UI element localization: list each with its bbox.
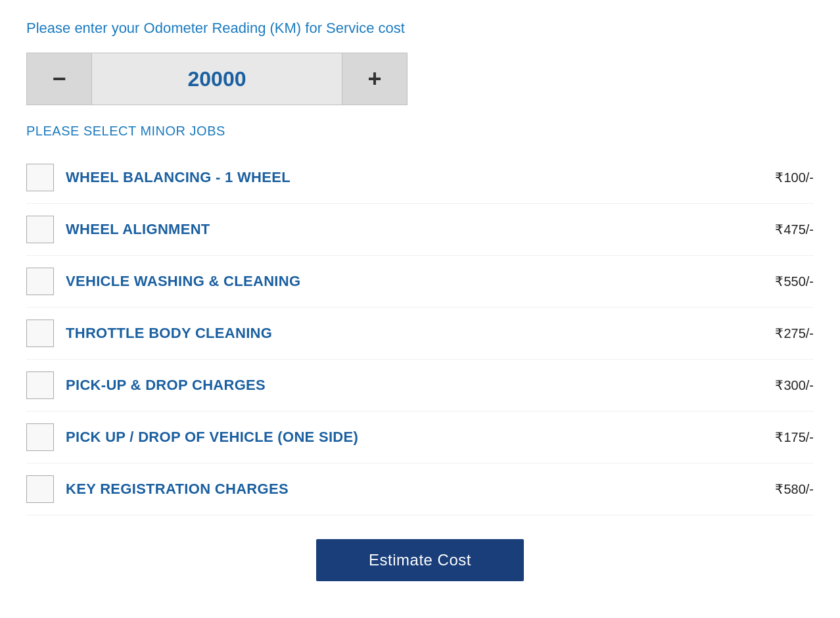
estimate-cost-button[interactable]: Estimate Cost [316, 539, 524, 581]
job-row: WHEEL ALIGNMENT₹475/- [26, 204, 814, 256]
job-checkbox-key-registration[interactable] [26, 475, 54, 503]
job-label-pickup-drop-one-side[interactable]: PICK UP / DROP OF VEHICLE (ONE SIDE) [66, 429, 358, 446]
job-row: PICK-UP & DROP CHARGES₹300/- [26, 360, 814, 412]
estimate-btn-row: Estimate Cost [26, 539, 814, 581]
job-checkbox-wheel-balancing[interactable] [26, 164, 54, 191]
job-label-wheel-alignment[interactable]: WHEEL ALIGNMENT [66, 221, 210, 238]
job-price-vehicle-washing: ₹550/- [775, 273, 814, 289]
job-label-pickup-drop[interactable]: PICK-UP & DROP CHARGES [66, 377, 266, 394]
job-checkbox-vehicle-washing[interactable] [26, 268, 54, 295]
job-row: VEHICLE WASHING & CLEANING₹550/- [26, 256, 814, 308]
stepper-minus-button[interactable]: − [26, 53, 92, 105]
job-label-wheel-balancing[interactable]: WHEEL BALANCING - 1 WHEEL [66, 169, 291, 186]
job-row: PICK UP / DROP OF VEHICLE (ONE SIDE)₹175… [26, 412, 814, 464]
job-checkbox-pickup-drop-one-side[interactable] [26, 423, 54, 451]
stepper-plus-button[interactable]: + [342, 53, 408, 105]
job-price-throttle-body: ₹275/- [775, 325, 814, 341]
job-row: WHEEL BALANCING - 1 WHEEL₹100/- [26, 152, 814, 204]
job-price-key-registration: ₹580/- [775, 481, 814, 497]
section-title: PLEASE SELECT MINOR JOBS [26, 124, 814, 139]
job-checkbox-throttle-body[interactable] [26, 320, 54, 347]
job-row: KEY REGISTRATION CHARGES₹580/- [26, 464, 814, 515]
job-price-pickup-drop: ₹300/- [775, 377, 814, 393]
odometer-stepper: − 20000 + [26, 53, 814, 105]
job-price-wheel-balancing: ₹100/- [775, 170, 814, 185]
job-label-throttle-body[interactable]: THROTTLE BODY CLEANING [66, 325, 272, 342]
stepper-value-display: 20000 [92, 53, 342, 105]
job-checkbox-pickup-drop[interactable] [26, 371, 54, 399]
job-label-key-registration[interactable]: KEY REGISTRATION CHARGES [66, 481, 289, 498]
job-price-wheel-alignment: ₹475/- [775, 222, 814, 237]
odometer-prompt: Please enter your Odometer Reading (KM) … [26, 20, 814, 37]
job-label-vehicle-washing[interactable]: VEHICLE WASHING & CLEANING [66, 273, 300, 290]
jobs-list: WHEEL BALANCING - 1 WHEEL₹100/-WHEEL ALI… [26, 152, 814, 515]
job-price-pickup-drop-one-side: ₹175/- [775, 429, 814, 445]
job-checkbox-wheel-alignment[interactable] [26, 216, 54, 243]
job-row: THROTTLE BODY CLEANING₹275/- [26, 308, 814, 360]
